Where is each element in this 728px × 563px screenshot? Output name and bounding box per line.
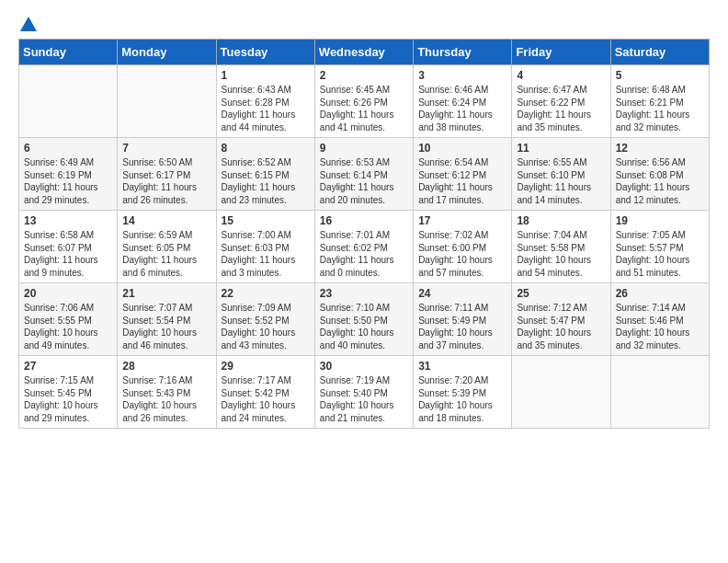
svg-marker-0 (20, 17, 37, 31)
calendar-day-cell: 18Sunrise: 7:04 AM Sunset: 5:58 PM Dayli… (512, 211, 610, 283)
day-number: 8 (222, 142, 310, 155)
calendar-table: SundayMondayTuesdayWednesdayThursdayFrid… (18, 39, 710, 429)
day-info: Sunrise: 7:10 AM Sunset: 5:50 PM Dayligh… (320, 302, 408, 351)
day-info: Sunrise: 7:04 AM Sunset: 5:58 PM Dayligh… (517, 229, 605, 279)
calendar-header-row: SundayMondayTuesdayWednesdayThursdayFrid… (19, 40, 710, 65)
day-number: 6 (24, 142, 112, 155)
day-number: 7 (122, 142, 210, 155)
calendar-day-cell: 31Sunrise: 7:20 AM Sunset: 5:39 PM Dayli… (414, 356, 512, 429)
calendar-day-cell: 25Sunrise: 7:12 AM Sunset: 5:47 PM Dayli… (512, 283, 610, 356)
calendar-week-row: 13Sunrise: 6:58 AM Sunset: 6:07 PM Dayli… (19, 211, 710, 283)
calendar-day-cell: 13Sunrise: 6:58 AM Sunset: 6:07 PM Dayli… (19, 211, 118, 283)
day-info: Sunrise: 7:06 AM Sunset: 5:55 PM Dayligh… (24, 302, 112, 351)
day-info: Sunrise: 7:07 AM Sunset: 5:54 PM Dayligh… (122, 302, 210, 351)
calendar-day-cell (610, 356, 709, 429)
day-number: 16 (320, 214, 408, 227)
day-info: Sunrise: 7:00 AM Sunset: 6:03 PM Dayligh… (222, 229, 310, 279)
calendar-day-cell: 10Sunrise: 6:54 AM Sunset: 6:12 PM Dayli… (414, 138, 512, 211)
day-number: 31 (418, 360, 506, 373)
day-number: 30 (320, 360, 408, 373)
calendar-day-cell: 26Sunrise: 7:14 AM Sunset: 5:46 PM Dayli… (610, 283, 709, 356)
calendar-day-cell: 21Sunrise: 7:07 AM Sunset: 5:54 PM Dayli… (118, 283, 216, 356)
calendar-day-cell (512, 356, 610, 429)
calendar-day-cell: 15Sunrise: 7:00 AM Sunset: 6:03 PM Dayli… (216, 211, 314, 283)
day-number: 3 (418, 69, 506, 82)
day-info: Sunrise: 6:58 AM Sunset: 6:07 PM Dayligh… (24, 229, 112, 279)
day-number: 25 (517, 287, 605, 300)
calendar-day-cell (118, 65, 216, 138)
day-of-week-header: Sunday (19, 40, 118, 65)
calendar-day-cell: 30Sunrise: 7:19 AM Sunset: 5:40 PM Dayli… (314, 356, 413, 429)
day-number: 29 (222, 360, 310, 373)
day-info: Sunrise: 6:45 AM Sunset: 6:26 PM Dayligh… (320, 84, 408, 133)
calendar-day-cell: 5Sunrise: 6:48 AM Sunset: 6:21 PM Daylig… (610, 65, 709, 138)
day-number: 4 (517, 69, 605, 82)
day-number: 21 (122, 287, 210, 300)
calendar-day-cell: 24Sunrise: 7:11 AM Sunset: 5:49 PM Dayli… (414, 283, 512, 356)
day-number: 28 (122, 360, 210, 373)
day-number: 1 (222, 69, 310, 82)
calendar-day-cell: 29Sunrise: 7:17 AM Sunset: 5:42 PM Dayli… (216, 356, 314, 429)
day-of-week-header: Wednesday (314, 40, 413, 65)
day-info: Sunrise: 7:19 AM Sunset: 5:40 PM Dayligh… (320, 374, 408, 424)
calendar-day-cell: 28Sunrise: 7:16 AM Sunset: 5:43 PM Dayli… (118, 356, 216, 429)
day-number: 15 (222, 214, 310, 227)
day-number: 9 (320, 142, 408, 155)
day-number: 19 (616, 214, 704, 227)
calendar-week-row: 6Sunrise: 6:49 AM Sunset: 6:19 PM Daylig… (19, 138, 710, 211)
calendar-week-row: 20Sunrise: 7:06 AM Sunset: 5:55 PM Dayli… (19, 283, 710, 356)
calendar-day-cell: 1Sunrise: 6:43 AM Sunset: 6:28 PM Daylig… (216, 65, 314, 138)
calendar-week-row: 1Sunrise: 6:43 AM Sunset: 6:28 PM Daylig… (19, 65, 710, 138)
day-info: Sunrise: 7:12 AM Sunset: 5:47 PM Dayligh… (517, 302, 605, 351)
calendar-day-cell (19, 65, 118, 138)
calendar-week-row: 27Sunrise: 7:15 AM Sunset: 5:45 PM Dayli… (19, 356, 710, 429)
day-info: Sunrise: 7:01 AM Sunset: 6:02 PM Dayligh… (320, 229, 408, 279)
day-info: Sunrise: 6:52 AM Sunset: 6:15 PM Dayligh… (222, 156, 310, 206)
day-info: Sunrise: 7:05 AM Sunset: 5:57 PM Dayligh… (616, 229, 704, 279)
day-number: 2 (320, 69, 408, 82)
day-number: 14 (122, 214, 210, 227)
calendar-day-cell: 20Sunrise: 7:06 AM Sunset: 5:55 PM Dayli… (19, 283, 118, 356)
day-info: Sunrise: 6:50 AM Sunset: 6:17 PM Dayligh… (122, 156, 210, 206)
day-info: Sunrise: 7:15 AM Sunset: 5:45 PM Dayligh… (24, 374, 112, 424)
day-number: 11 (517, 142, 605, 155)
day-number: 17 (418, 214, 506, 227)
day-number: 10 (418, 142, 506, 155)
page-header (18, 18, 710, 31)
calendar-day-cell: 27Sunrise: 7:15 AM Sunset: 5:45 PM Dayli… (19, 356, 118, 429)
day-info: Sunrise: 7:11 AM Sunset: 5:49 PM Dayligh… (418, 302, 506, 351)
day-info: Sunrise: 7:20 AM Sunset: 5:39 PM Dayligh… (418, 374, 506, 424)
day-of-week-header: Saturday (610, 40, 709, 65)
day-number: 22 (222, 287, 310, 300)
day-number: 12 (616, 142, 704, 155)
day-number: 20 (24, 287, 112, 300)
calendar-day-cell: 17Sunrise: 7:02 AM Sunset: 6:00 PM Dayli… (414, 211, 512, 283)
day-of-week-header: Monday (118, 40, 216, 65)
calendar-day-cell: 6Sunrise: 6:49 AM Sunset: 6:19 PM Daylig… (19, 138, 118, 211)
day-number: 5 (616, 69, 704, 82)
logo (18, 18, 37, 31)
calendar-day-cell: 14Sunrise: 6:59 AM Sunset: 6:05 PM Dayli… (118, 211, 216, 283)
day-of-week-header: Thursday (414, 40, 512, 65)
day-number: 13 (24, 214, 112, 227)
calendar-day-cell: 19Sunrise: 7:05 AM Sunset: 5:57 PM Dayli… (610, 211, 709, 283)
logo-triangle-icon (20, 17, 37, 31)
day-info: Sunrise: 6:49 AM Sunset: 6:19 PM Dayligh… (24, 156, 112, 206)
day-info: Sunrise: 6:54 AM Sunset: 6:12 PM Dayligh… (418, 156, 506, 206)
day-number: 23 (320, 287, 408, 300)
calendar-day-cell: 9Sunrise: 6:53 AM Sunset: 6:14 PM Daylig… (314, 138, 413, 211)
day-number: 26 (616, 287, 704, 300)
day-info: Sunrise: 6:56 AM Sunset: 6:08 PM Dayligh… (616, 156, 704, 206)
calendar-day-cell: 11Sunrise: 6:55 AM Sunset: 6:10 PM Dayli… (512, 138, 610, 211)
calendar-day-cell: 22Sunrise: 7:09 AM Sunset: 5:52 PM Dayli… (216, 283, 314, 356)
calendar-day-cell: 2Sunrise: 6:45 AM Sunset: 6:26 PM Daylig… (314, 65, 413, 138)
calendar-day-cell: 3Sunrise: 6:46 AM Sunset: 6:24 PM Daylig… (414, 65, 512, 138)
calendar-day-cell: 8Sunrise: 6:52 AM Sunset: 6:15 PM Daylig… (216, 138, 314, 211)
day-info: Sunrise: 6:46 AM Sunset: 6:24 PM Dayligh… (418, 84, 506, 133)
day-info: Sunrise: 7:09 AM Sunset: 5:52 PM Dayligh… (222, 302, 310, 351)
day-number: 27 (24, 360, 112, 373)
calendar-day-cell: 12Sunrise: 6:56 AM Sunset: 6:08 PM Dayli… (610, 138, 709, 211)
day-number: 18 (517, 214, 605, 227)
day-of-week-header: Tuesday (216, 40, 314, 65)
day-info: Sunrise: 7:02 AM Sunset: 6:00 PM Dayligh… (418, 229, 506, 279)
